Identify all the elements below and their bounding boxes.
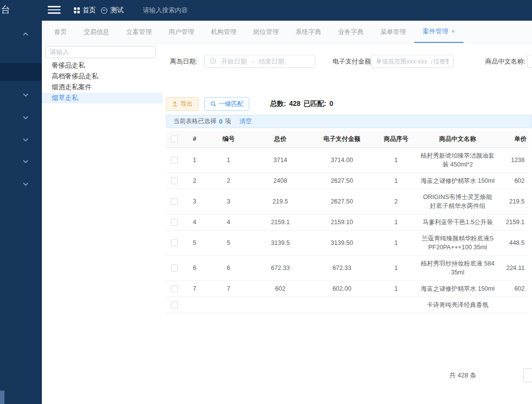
payment-amount-input[interactable]: [371, 55, 454, 68]
cell-index: 6: [183, 256, 206, 280]
cell-price: 224.11: [497, 256, 529, 280]
match-button-label: 一键匹配: [219, 100, 243, 108]
tab-case-mgmt-label: 案件管理: [423, 27, 448, 36]
cell-total: 602: [251, 281, 310, 297]
date-range-picker[interactable]: 开始日期 - 结束日期: [204, 55, 315, 68]
tab-org-mgmt[interactable]: 机构管理: [202, 21, 245, 43]
tab-transaction-info[interactable]: 交易信息: [75, 21, 118, 43]
cell-payment: 672.33: [310, 256, 374, 280]
clear-selection-link[interactable]: 清空: [239, 117, 252, 126]
tab-system-dict[interactable]: 系统字典: [287, 21, 330, 43]
category-item-tobacco-alcohol[interactable]: 烟酒走私案件: [42, 82, 163, 93]
cell-name: 植村秀新琥珀臻萃洁颜油套装 450ml*2: [418, 148, 497, 172]
cell-payment: 2627.50: [310, 189, 374, 214]
row-checkbox[interactable]: [171, 157, 178, 164]
content-area: 奢侈品走私 高档奢侈品走私 烟酒走私案件 烟草走私 离岛日期: 开始日期 - 结…: [42, 43, 532, 404]
category-list: 奢侈品走私 高档奢侈品走私 烟酒走私案件 烟草走私: [42, 60, 163, 103]
selection-count: 0: [219, 118, 223, 125]
topbar-home-button[interactable]: 首页: [74, 0, 96, 21]
cell-name: ORIGINS韦博士灵芝焕能好底子精华水两件组: [418, 189, 497, 214]
cell-price: 448.5: [497, 231, 529, 255]
cell-payment: 3714.00: [310, 148, 374, 172]
circle-minus-icon: [101, 7, 107, 14]
category-search-input[interactable]: [45, 46, 156, 58]
select-all-checkbox[interactable]: [171, 135, 178, 142]
row-checkbox[interactable]: [171, 198, 178, 205]
left-nav-rail: [0, 21, 42, 404]
table-row: 6 6 672.33 672.33 1 植村秀羽纱持妆粉底液 584 35ml …: [166, 256, 529, 281]
header-code: 编号: [206, 131, 251, 147]
topbar-test-button[interactable]: 测试: [101, 0, 124, 21]
cell-index: 7: [183, 281, 206, 297]
table-row: 5 5 3139.5 3139.50 1 兰蔻菁纯臻颜精华粉底液SPF20PA+…: [166, 231, 529, 256]
cell-name: 海蓝之谜修护精萃水 150ml: [418, 173, 497, 189]
product-name-input[interactable]: [527, 55, 532, 68]
category-panel: 奢侈品走私 高档奢侈品走私 烟酒走私案件 烟草走私: [42, 43, 163, 404]
row-checkbox[interactable]: [171, 219, 178, 226]
chevron-down-icon[interactable]: [22, 180, 30, 188]
matched-label: 已匹配:: [303, 100, 327, 108]
tab-case-filing[interactable]: 立案管理: [118, 21, 160, 43]
tab-case-mgmt-active[interactable]: 案件管理 ×: [414, 21, 464, 43]
topbar-test-label: 测试: [110, 6, 124, 15]
cell-index: 1: [183, 148, 206, 172]
header-price: 单价: [497, 131, 529, 147]
tab-home[interactable]: 首页: [46, 21, 75, 43]
row-checkbox[interactable]: [171, 177, 178, 184]
main-panel: 离岛日期: 开始日期 - 结束日期 电子支付金额: 商品中文名称:: [163, 43, 532, 404]
cell-payment: [310, 297, 374, 313]
chevron-down-icon[interactable]: [22, 136, 30, 144]
cell-seq: 2: [374, 189, 418, 214]
topbar-home-label: 首页: [83, 6, 96, 15]
cell-price: 219.5: [497, 189, 529, 214]
end-date-placeholder[interactable]: 结束日期: [259, 57, 284, 66]
table-row-clipped: 卡诗菁纯亮泽经典香氛: [166, 297, 529, 313]
tab-user-mgmt[interactable]: 用户管理: [160, 21, 202, 43]
clock-icon: [210, 57, 216, 66]
cell-total: 3714: [251, 148, 310, 172]
cell-total: [251, 297, 310, 313]
export-button-label: 导出: [180, 100, 193, 108]
category-item-luxury[interactable]: 奢侈品走私: [42, 60, 163, 71]
row-checkbox[interactable]: [171, 239, 178, 246]
cell-code: 4: [206, 214, 251, 230]
category-item-tobacco-selected[interactable]: 烟草走私: [42, 93, 163, 103]
cell-total: 3139.5: [251, 231, 310, 255]
search-icon: [210, 101, 216, 107]
tab-menu-mgmt[interactable]: 菜单管理: [372, 21, 414, 43]
cell-name: 卡诗菁纯亮泽经典香氛: [418, 297, 497, 313]
row-checkbox[interactable]: [171, 285, 178, 292]
selection-prefix: 当前表格已选择: [173, 117, 217, 126]
close-icon[interactable]: ×: [451, 28, 455, 34]
cell-payment: 3139.50: [310, 231, 374, 255]
chevron-down-icon[interactable]: [22, 114, 30, 122]
cell-price: [497, 297, 529, 313]
export-button[interactable]: 导出: [166, 97, 199, 111]
top-bar: 台 首页 测试 请输入搜索内容: [0, 0, 532, 21]
tab-business-dict[interactable]: 业务字典: [330, 21, 372, 43]
total-label: 总数:: [270, 100, 286, 108]
cell-code: 2: [206, 173, 251, 189]
one-click-match-button[interactable]: 一键匹配: [204, 97, 249, 111]
table-row: 2 2 2408 2627.50 1 海蓝之谜修护精萃水 150ml 602: [166, 173, 529, 189]
selection-unit: 项: [225, 117, 231, 126]
chevron-down-icon[interactable]: [22, 91, 30, 99]
cell-seq: 1: [374, 214, 418, 230]
row-checkbox[interactable]: [171, 302, 178, 308]
hamburger-menu-icon[interactable]: [48, 6, 61, 15]
rail-active-item[interactable]: [0, 63, 42, 81]
tab-position-mgmt[interactable]: 岗位管理: [245, 21, 287, 43]
table-row: 3 3 219.5 2627.50 2 ORIGINS韦博士灵芝焕能好底子精华水…: [166, 189, 529, 214]
chevron-down-icon[interactable]: [22, 158, 30, 166]
category-item-highend-luxury[interactable]: 高档奢侈品走私: [42, 71, 163, 82]
pagination-total: 共 428 条: [449, 371, 476, 380]
row-checkbox[interactable]: [171, 265, 178, 271]
chevron-up-icon[interactable]: [22, 30, 30, 38]
cell-name: 植村秀羽纱持妆粉底液 584 35ml: [418, 256, 497, 280]
topbar-search-input[interactable]: 请输入搜索内容: [143, 0, 222, 21]
page-size-select[interactable]: [523, 369, 532, 382]
start-date-placeholder[interactable]: 开始日期: [221, 57, 247, 66]
date-range-separator: -: [252, 58, 254, 65]
app-window: 台 首页 测试 请输入搜索内容: [0, 0, 532, 404]
cell-price: 602: [497, 173, 529, 189]
